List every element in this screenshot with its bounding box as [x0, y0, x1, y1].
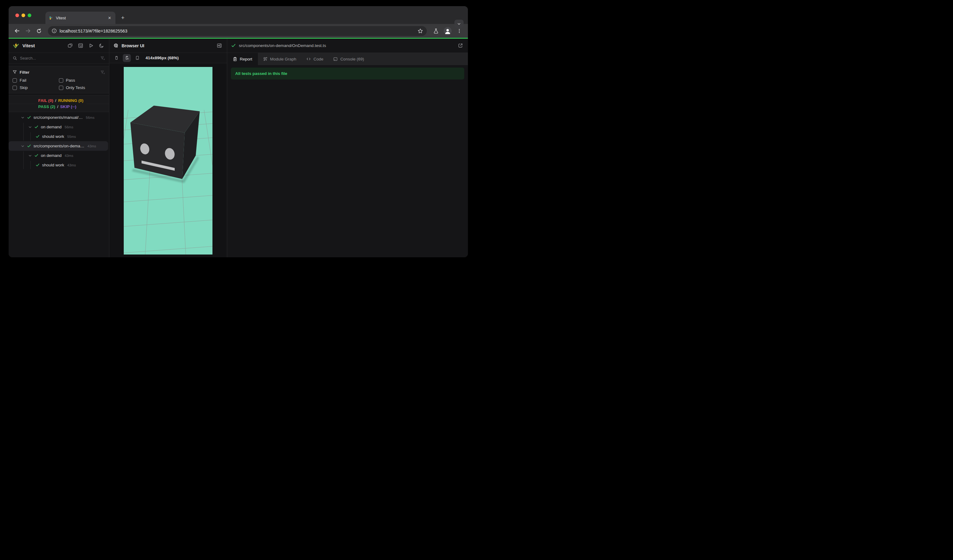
device-phone-small-button[interactable]: [112, 54, 120, 62]
browser-window: Vitest ✕ + localhost:5173/#/?file=182862…: [9, 6, 468, 257]
tab-close-icon[interactable]: ✕: [107, 15, 112, 20]
tab-label: Report: [240, 57, 252, 61]
tree-row-suite[interactable]: on demand 43ms: [9, 151, 109, 160]
checkbox-skip[interactable]: Skip: [12, 85, 59, 90]
tree-guide-line: [30, 132, 31, 141]
chevron-down-icon[interactable]: [28, 154, 32, 158]
dark-mode-toggle-button[interactable]: [98, 42, 105, 50]
forward-arrow-icon: [25, 28, 31, 34]
test-file-path[interactable]: src/components/on-demand/OnDemand.test.t…: [239, 43, 326, 48]
tab-module-graph[interactable]: Module Graph: [258, 53, 301, 65]
checkbox-pass[interactable]: Pass: [59, 78, 105, 82]
overlap-windows-icon: [68, 43, 73, 48]
module-graph-icon: [263, 56, 268, 61]
profile-button[interactable]: [443, 26, 453, 36]
clear-filter-icon[interactable]: [100, 70, 105, 74]
report-panel: src/components/on-demand/OnDemand.test.t…: [227, 39, 468, 257]
device-tablet-button[interactable]: [133, 54, 141, 62]
test-case-label: should work: [42, 134, 64, 139]
vitest-logo-icon: [12, 42, 19, 49]
clipboard-icon: [233, 57, 237, 61]
report-content: All tests passed in this file: [227, 65, 468, 257]
checkbox-box[interactable]: [59, 86, 63, 90]
address-bar[interactable]: localhost:5173/#/?file=1828625563: [48, 26, 427, 36]
browser-tab[interactable]: Vitest ✕: [45, 12, 115, 24]
tab-console[interactable]: Console (69): [328, 53, 369, 65]
test-duration: 56ms: [65, 125, 73, 129]
check-icon: [27, 115, 31, 119]
filter-options: Fail Pass Skip Only Tests: [12, 78, 105, 90]
browser-ui-header: Browser UI: [109, 39, 227, 53]
console-icon: [333, 57, 338, 61]
vitest-ui: Vitest: [9, 39, 468, 257]
minimize-window-button[interactable]: [22, 14, 25, 17]
browser-toolbar: localhost:5173/#/?file=1828625563: [9, 24, 468, 38]
test-duration: 55ms: [67, 135, 76, 138]
tree-guide-line: [30, 161, 31, 169]
forward-button[interactable]: [23, 26, 33, 36]
check-icon: [36, 135, 40, 138]
experiments-button[interactable]: [431, 26, 441, 36]
checkbox-label: Pass: [66, 78, 75, 82]
moon-icon: [99, 43, 104, 48]
close-window-button[interactable]: [16, 14, 19, 17]
checkbox-fail[interactable]: Fail: [12, 78, 59, 82]
check-icon: [34, 125, 38, 129]
check-icon: [36, 163, 40, 167]
test-duration: 43ms: [65, 154, 73, 158]
window-controls: [16, 14, 31, 17]
external-link-icon: [458, 43, 463, 48]
checkbox-only-tests[interactable]: Only Tests: [59, 85, 105, 90]
search-bar: [9, 53, 109, 64]
fail-count: FAIL (0): [38, 98, 53, 103]
bookmark-star-icon[interactable]: [418, 28, 423, 34]
chevron-down-icon[interactable]: [28, 125, 32, 129]
url-text[interactable]: localhost:5173/#/?file=1828625563: [60, 29, 415, 34]
dock-panel-button[interactable]: [216, 42, 223, 50]
tab-title: Vitest: [56, 16, 104, 20]
tree-row-suite[interactable]: on demand 56ms: [9, 122, 109, 132]
skip-count: SKIP (--): [60, 104, 76, 109]
clear-filter-icon[interactable]: [100, 56, 105, 60]
filter-title-row: Filter: [12, 68, 105, 76]
app-title: Vitest: [22, 43, 35, 48]
back-button[interactable]: [12, 26, 22, 36]
browser-preview-canvas[interactable]: [124, 67, 213, 254]
tab-report[interactable]: Report: [227, 53, 258, 65]
device-phone-custom-button[interactable]: [123, 54, 131, 62]
checkbox-box[interactable]: [12, 78, 17, 82]
new-tab-button[interactable]: +: [118, 14, 127, 22]
globe-icon: [113, 43, 118, 48]
checkbox-box[interactable]: [12, 86, 17, 90]
viewport-size-label[interactable]: 414x896px (68%): [146, 56, 178, 60]
tree-guide-line: [23, 151, 24, 169]
test-tree: src/components/manual/… 56ms on demand 5…: [9, 113, 109, 170]
test-summary: FAIL (0)/RUNNING (0) PASS (2)/SKIP (--): [35, 96, 87, 112]
robot-cube: [130, 105, 200, 179]
report-overview-button[interactable]: [77, 42, 84, 50]
checkbox-box[interactable]: [59, 78, 63, 82]
tree-row-test[interactable]: should work 43ms: [9, 160, 109, 170]
tree-row-file-selected[interactable]: src/components/on-dema… 43ms: [9, 141, 108, 151]
tab-code[interactable]: Code: [301, 53, 328, 65]
maximize-window-button[interactable]: [28, 14, 31, 17]
chevron-down-icon: [457, 22, 461, 26]
filter-title: Filter: [20, 70, 29, 74]
reload-button[interactable]: [34, 26, 43, 36]
banner-text: All tests passed in this file: [235, 71, 287, 76]
chevron-down-icon[interactable]: [21, 144, 25, 148]
chevron-down-icon[interactable]: [21, 116, 25, 119]
pass-count: PASS (2): [38, 104, 56, 109]
dashboard-toggle-button[interactable]: [66, 42, 74, 50]
tree-row-test[interactable]: should work 55ms: [9, 132, 109, 141]
run-all-button[interactable]: [87, 42, 95, 50]
report-header: src/components/on-demand/OnDemand.test.t…: [227, 39, 468, 53]
search-icon: [12, 56, 17, 60]
site-info-icon[interactable]: [51, 28, 57, 34]
tree-row-file[interactable]: src/components/manual/… 56ms: [9, 113, 109, 122]
funnel-icon: [12, 70, 17, 74]
search-input[interactable]: [20, 56, 98, 60]
open-in-new-button[interactable]: [456, 42, 464, 50]
tab-search-button[interactable]: [455, 20, 464, 28]
kebab-menu-icon: [457, 29, 462, 34]
